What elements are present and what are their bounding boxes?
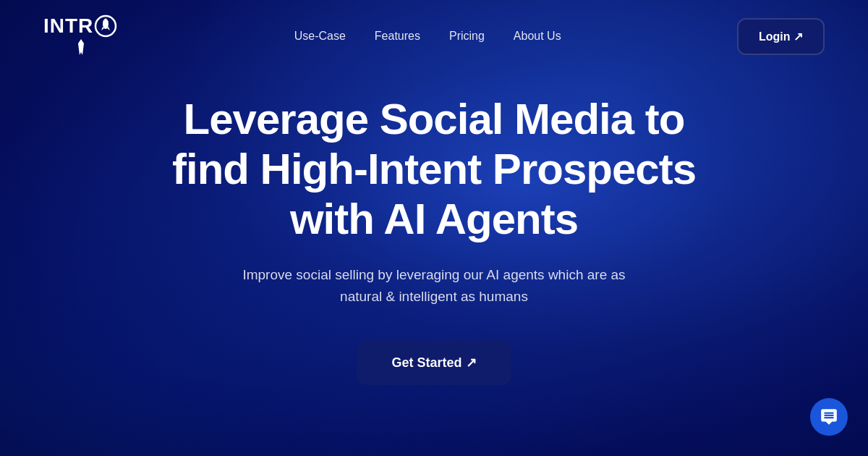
nav-link-about-us[interactable]: About Us — [514, 30, 561, 42]
nav-links: Use-Case Features Pricing About Us — [294, 30, 561, 43]
login-button[interactable]: Login ↗ — [737, 18, 825, 55]
hero-title: Leverage Social Media to find High-Inten… — [145, 94, 723, 244]
page-wrapper: INTR — [0, 0, 868, 456]
logo-text-intro: INTR — [43, 14, 93, 38]
hero-section: Leverage Social Media to find High-Inten… — [0, 72, 868, 385]
nav-item-features[interactable]: Features — [375, 30, 420, 43]
nav-item-use-case[interactable]: Use-Case — [294, 30, 346, 43]
hero-subtitle: Improve social selling by leveraging our… — [239, 264, 629, 308]
svg-marker-5 — [78, 39, 84, 55]
svg-marker-2 — [103, 18, 109, 22]
nav-item-about-us[interactable]: About Us — [514, 30, 561, 43]
chat-icon — [820, 408, 838, 426]
nav-item-pricing[interactable]: Pricing — [449, 30, 485, 43]
nav-link-features[interactable]: Features — [375, 30, 420, 42]
get-started-button[interactable]: Get Started ↗ — [357, 340, 511, 385]
navbar: INTR — [0, 0, 868, 72]
logo-icon — [94, 14, 117, 38]
chat-support-button[interactable] — [810, 398, 848, 436]
logo-tie-icon — [77, 39, 85, 58]
logo[interactable]: INTR — [43, 14, 118, 58]
nav-link-pricing[interactable]: Pricing — [449, 30, 485, 42]
nav-link-use-case[interactable]: Use-Case — [294, 30, 346, 42]
